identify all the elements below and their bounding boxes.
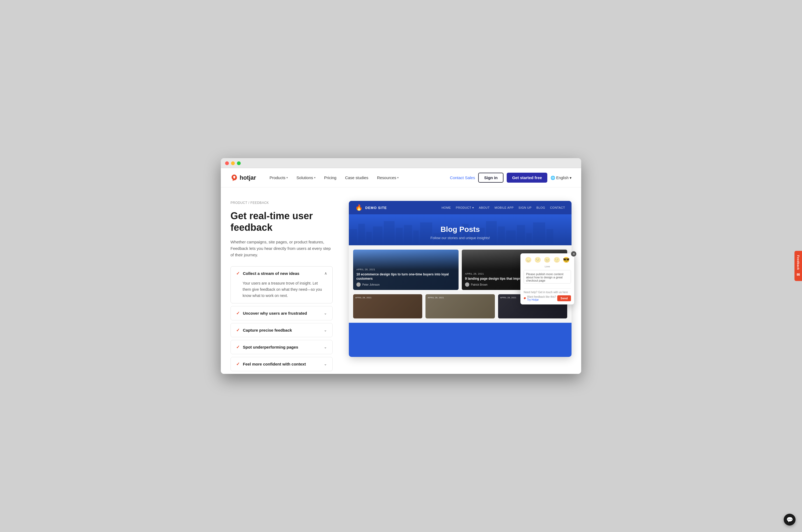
emoji-row: 😞 😕 😐 🙂 😎 [523, 256, 571, 263]
popup-close-button[interactable]: ✕ [571, 251, 576, 256]
accordion-item-uncover[interactable]: ✓ Uncover why users are frustrated ⌄ [230, 306, 333, 320]
send-feedback-button[interactable]: Send [557, 295, 571, 301]
check-icon: ✓ [236, 328, 240, 333]
check-icon: ✓ [236, 271, 240, 276]
accordion: ✓ Collect a stream of new ideas ∧ Your u… [230, 266, 333, 374]
blog-card-title-1: 10 ecommerce design tips to turn one-tim… [356, 272, 455, 281]
language-selector[interactable]: 🌐 English ▾ [551, 176, 572, 180]
nav-item-solutions[interactable]: Solutions ▾ [293, 173, 319, 182]
mini-card-date-3: APRIL 28, 2021 [500, 297, 516, 299]
logo-text: hotjar [240, 174, 256, 181]
accordion-title-uncover: Uncover why users are frustrated [243, 311, 307, 316]
feedback-textarea[interactable]: Please publish more content about how to… [523, 270, 571, 284]
emoji-frown[interactable]: 😕 [534, 256, 541, 263]
demo-hero-subtitle: Follow our stories and unique insights! [355, 236, 565, 240]
demo-nav-mobile[interactable]: MOBILE APP [495, 206, 514, 210]
emoji-neutral[interactable]: 😐 [544, 256, 551, 263]
navbar: hotjar Products ▾ Solutions ▾ Pricing Ca… [221, 168, 581, 188]
accordion-chevron-collect: ∧ [324, 271, 327, 276]
left-panel: PRODUCT / FEEDBACK Get real-time user fe… [230, 201, 333, 374]
contact-sales-link[interactable]: Contact Sales [450, 175, 475, 180]
accordion-header-capture[interactable]: ✓ Capture precise feedback ⌄ [231, 323, 332, 337]
accordion-chevron-spot: ⌄ [324, 345, 327, 349]
page-title: Get real-time user feedback [230, 210, 333, 233]
mini-card-1[interactable]: APRIL 28, 2021 [353, 294, 422, 319]
accordion-title-row: ✓ Spot underperforming pages [236, 344, 298, 350]
demo-nav-contact[interactable]: CONTACT [550, 206, 565, 210]
feedback-tab[interactable]: Feedback ✉ [795, 251, 802, 281]
dot-green[interactable] [237, 162, 241, 165]
emoji-slight-smile[interactable]: 🙂 [553, 256, 560, 263]
accordion-header-confident[interactable]: ✓ Feel more confident with context ⌄ [231, 357, 332, 371]
mini-card-overlay-2: APRIL 28, 2021 [425, 294, 495, 319]
browser-chrome [221, 158, 581, 168]
breadcrumb: PRODUCT / FEEDBACK [230, 201, 333, 205]
chevron-icon: ▾ [314, 176, 316, 179]
popup-footer: Need help? Get in touch with us here Wan… [523, 288, 571, 301]
accordion-header-uncover[interactable]: ✓ Uncover why users are frustrated ⌄ [231, 306, 332, 320]
browser-content: hotjar Products ▾ Solutions ▾ Pricing Ca… [221, 168, 581, 374]
demo-site-name: DEMO SITE [365, 206, 387, 210]
accordion-title-row: ✓ Feel more confident with context [236, 361, 306, 366]
logo[interactable]: hotjar [230, 174, 256, 182]
chat-bubble-button[interactable]: 💬 [784, 514, 796, 526]
accordion-item-collect[interactable]: ✓ Collect a stream of new ideas ∧ Your u… [230, 266, 333, 303]
sign-in-button[interactable]: Sign in [478, 173, 503, 183]
nav-item-pricing[interactable]: Pricing [320, 173, 340, 182]
blog-card-1[interactable]: APRIL 28, 2021 10 ecommerce design tips … [353, 250, 459, 290]
hotjar-badge-text: Want feedback like this? Try Hotjar [527, 295, 557, 301]
accordion-item-capture[interactable]: ✓ Capture precise feedback ⌄ [230, 323, 333, 337]
demo-logo-area: 🔥 DEMO SITE [355, 204, 387, 211]
accordion-title-capture: Capture precise feedback [243, 328, 292, 332]
accordion-header-collect[interactable]: ✓ Collect a stream of new ideas ∧ [231, 267, 332, 280]
mini-card-2[interactable]: APRIL 28, 2021 [425, 294, 495, 319]
nav-right: Contact Sales Sign in Get started free 🌐… [450, 173, 572, 183]
right-panel: 🔥 DEMO SITE HOME PRODUCT ▾ ABOUT MOBILE … [349, 201, 572, 374]
demo-nav-about[interactable]: ABOUT [479, 206, 490, 210]
nav-links: Products ▾ Solutions ▾ Pricing Case stud… [266, 173, 450, 182]
author-name-2: Patrick Brown [471, 283, 488, 286]
demo-nav-product[interactable]: PRODUCT ▾ [456, 206, 474, 210]
mini-card-date-2: APRIL 28, 2021 [427, 297, 444, 299]
accordion-body-collect: Your users are a treasure trove of insig… [231, 280, 332, 303]
nav-item-products[interactable]: Products ▾ [266, 173, 291, 182]
accordion-chevron-capture: ⌄ [324, 328, 327, 332]
try-hotjar-link[interactable]: Try Hotjar [527, 298, 539, 301]
demo-nav-home[interactable]: HOME [442, 206, 451, 210]
emoji-love[interactable]: 😎 [563, 256, 570, 263]
author-name-1: Peter Johnson [362, 283, 380, 286]
check-icon: ✓ [236, 361, 240, 366]
emoji-sad[interactable]: 😞 [525, 256, 532, 263]
accordion-item-spot[interactable]: ✓ Spot underperforming pages ⌄ [230, 340, 333, 354]
page-description: Whether campaigns, site pages, or produc… [230, 239, 333, 258]
accordion-title-confident: Feel more confident with context [243, 362, 306, 366]
demo-nav-signup[interactable]: SIGN UP [518, 206, 532, 210]
demo-nav-links: HOME PRODUCT ▾ ABOUT MOBILE APP SIGN UP … [442, 206, 565, 210]
chevron-icon: ▾ [570, 176, 572, 180]
accordion-title-row: ✓ Capture precise feedback [236, 328, 292, 333]
check-icon: ✓ [236, 344, 240, 350]
chat-bubble-icon: 💬 [786, 516, 793, 523]
nav-item-case-studies[interactable]: Case studies [341, 173, 372, 182]
dot-yellow[interactable] [231, 162, 235, 165]
nav-item-resources[interactable]: Resources ▾ [373, 173, 403, 182]
author-avatar-1 [356, 282, 361, 287]
browser-dots [225, 162, 577, 165]
demo-hero: Blog Posts Follow our stories and unique… [349, 214, 572, 245]
hotjar-small-logo [523, 297, 526, 300]
hotjar-logo-icon [230, 174, 238, 182]
accordion-header-spot[interactable]: ✓ Spot underperforming pages ⌄ [231, 340, 332, 354]
accordion-chevron-uncover: ⌄ [324, 311, 327, 315]
accordion-title-row: ✓ Uncover why users are frustrated [236, 311, 307, 316]
hotjar-badge: Want feedback like this? Try Hotjar [523, 295, 557, 301]
get-started-button[interactable]: Get started free [507, 173, 547, 183]
accordion-chevron-confident: ⌄ [324, 362, 327, 366]
emoji-label: Love [523, 265, 571, 268]
demo-nav-blog[interactable]: BLOG [537, 206, 546, 210]
blog-card-date-1: APRIL 28, 2021 [356, 268, 455, 271]
accordion-title-collect: Collect a stream of new ideas [243, 271, 299, 276]
dot-red[interactable] [225, 162, 229, 165]
accordion-item-confident[interactable]: ✓ Feel more confident with context ⌄ [230, 357, 333, 371]
blog-card-author-1: Peter Johnson [356, 282, 455, 287]
popup-cta-row: Want feedback like this? Try Hotjar Send [523, 295, 571, 301]
